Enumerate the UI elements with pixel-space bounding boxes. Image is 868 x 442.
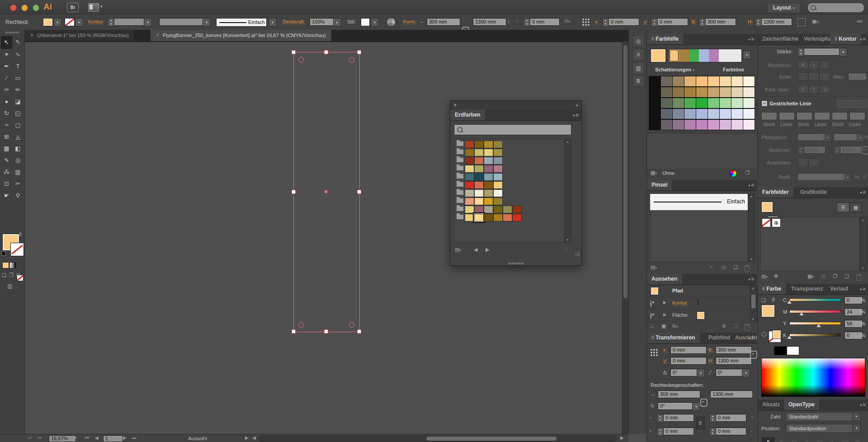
- corner-style-icon[interactable]: ⊙▾: [564, 18, 570, 24]
- corner-bl-stepper[interactable]: ▲▼: [657, 428, 664, 436]
- bevel-join-button[interactable]: ◹: [819, 72, 830, 81]
- profile-caret[interactable]: ▾: [844, 173, 852, 182]
- first-artboard-icon[interactable]: ⏮: [85, 435, 89, 441]
- swatch-libraries-icon[interactable]: ▤▾: [455, 247, 461, 253]
- color-swatch[interactable]: [484, 189, 493, 197]
- opentype-feature-1st[interactable]: 1st: [839, 437, 850, 442]
- color-swatch[interactable]: [484, 197, 493, 205]
- miter-limit-field[interactable]: [848, 73, 866, 80]
- color-swatch[interactable]: [465, 165, 474, 173]
- expand-arrow-icon[interactable]: ▶: [663, 300, 666, 305]
- panel-menu-icon[interactable]: ≡: [860, 189, 866, 195]
- folder-icon[interactable]: [457, 141, 463, 146]
- style-caret[interactable]: ▾: [371, 18, 379, 27]
- duplicate-item-icon[interactable]: ❏: [733, 323, 738, 329]
- stroke-attr-swatch[interactable]: [698, 299, 698, 305]
- arrow-scale2-field[interactable]: 100%: [840, 146, 862, 154]
- document-tab-active[interactable]: ×FlyingBanner_250_konvex [Konvertiert].a…: [151, 30, 332, 41]
- window-close-button[interactable]: [10, 5, 17, 11]
- corner-widget[interactable]: [298, 322, 304, 328]
- rectangle-tool[interactable]: ▭: [12, 72, 24, 84]
- screen-mode-icon[interactable]: ▥: [7, 283, 12, 289]
- corner-radius-stepper[interactable]: ▲▼: [524, 18, 530, 27]
- color-swatch[interactable]: [493, 141, 503, 148]
- variation-swatch[interactable]: [731, 98, 743, 108]
- variation-swatch[interactable]: [720, 87, 731, 98]
- column-graph-tool[interactable]: ▥: [12, 166, 24, 178]
- harmony-color[interactable]: [699, 49, 709, 62]
- color-swatch[interactable]: [474, 181, 484, 189]
- new-group-icon[interactable]: ❐: [833, 273, 837, 279]
- color-swatch[interactable]: [474, 157, 484, 165]
- color-swatch[interactable]: [474, 165, 484, 173]
- panel-menu-icon[interactable]: ≡: [860, 36, 866, 42]
- new-fill-icon[interactable]: ▣: [661, 323, 666, 329]
- color-swatch[interactable]: [465, 197, 474, 205]
- color-swatch[interactable]: [484, 181, 493, 189]
- panel-resize-dots[interactable]: [508, 263, 524, 264]
- color-swatch[interactable]: [484, 141, 493, 148]
- x-stepper[interactable]: ▲▼: [602, 18, 609, 27]
- variation-swatch[interactable]: [720, 98, 731, 108]
- align-icon[interactable]: ▣▾: [812, 19, 818, 24]
- stroke-color-caret[interactable]: ▾: [75, 18, 83, 27]
- color-swatch[interactable]: [493, 189, 503, 197]
- brush-libraries-icon[interactable]: ▤▾: [651, 264, 657, 270]
- bridge-button[interactable]: Br: [67, 3, 79, 12]
- y-stepper[interactable]: ▲▼: [651, 18, 658, 27]
- transform-x-field[interactable]: 0 mm: [670, 346, 707, 354]
- transform-link-icon[interactable]: [750, 351, 757, 359]
- color-swatch[interactable]: [484, 173, 493, 181]
- window-zoom-button[interactable]: [33, 5, 39, 11]
- workspace-switcher[interactable]: Layout▾: [767, 3, 801, 13]
- variation-swatch[interactable]: [661, 119, 673, 130]
- harmony-bar[interactable]: [669, 49, 742, 62]
- flip-across-icon[interactable]: ⥯: [863, 174, 866, 180]
- variation-swatch[interactable]: [708, 98, 720, 108]
- vertical-scrollbar-thumb[interactable]: [623, 45, 627, 298]
- miter-join-button[interactable]: ⌐: [797, 72, 808, 81]
- shear-caret[interactable]: ▾: [742, 369, 750, 377]
- tab-transformieren[interactable]: ◊ Transformieren: [647, 333, 700, 343]
- dash-field[interactable]: [814, 112, 830, 120]
- variation-swatch[interactable]: [743, 119, 755, 130]
- variation-swatch[interactable]: [696, 119, 708, 130]
- align-stroke-outside-button[interactable]: ╔: [819, 85, 830, 94]
- brush-options-icon[interactable]: ▤: [722, 264, 726, 270]
- tab-aussehen[interactable]: Aussehen: [647, 274, 682, 284]
- shape-builder-tool[interactable]: ⊞: [1, 131, 12, 143]
- variation-swatch[interactable]: [661, 76, 673, 87]
- variation-swatch[interactable]: [684, 76, 696, 87]
- variation-swatch[interactable]: [708, 108, 720, 119]
- channel-m-field[interactable]: 24: [844, 308, 863, 316]
- out-of-gamut-cube-icon[interactable]: ⬡: [761, 331, 766, 338]
- harmony-color[interactable]: [689, 49, 699, 62]
- last-artboard-icon[interactable]: ⏭: [132, 435, 136, 441]
- variation-swatch[interactable]: [649, 87, 661, 98]
- eyedropper-tool[interactable]: ✎: [1, 155, 12, 166]
- direct-selection-tool[interactable]: ⇖: [12, 36, 24, 48]
- flip-along-icon[interactable]: ⋈: [854, 174, 859, 180]
- swatch-libraries-icon[interactable]: ▤▾: [761, 273, 768, 279]
- toolbar-drag-handle[interactable]: [5, 32, 19, 33]
- color-swatch[interactable]: [465, 149, 474, 156]
- color-swatch[interactable]: [493, 157, 503, 165]
- type-tool[interactable]: T: [12, 61, 24, 72]
- width-stepper[interactable]: ▲▼: [699, 18, 706, 27]
- close-icon[interactable]: ×: [30, 32, 33, 38]
- harmony-rules-caret[interactable]: ▾: [743, 51, 751, 59]
- round-join-button[interactable]: ⌒: [808, 72, 819, 81]
- channel-m-thumb[interactable]: [799, 312, 804, 315]
- draw-inside-icon[interactable]: ⊡: [16, 272, 20, 278]
- hand-tool[interactable]: ☛: [1, 190, 12, 202]
- paintbrush-tool[interactable]: ✑: [1, 84, 12, 96]
- eraser-tool[interactable]: ◪: [12, 96, 24, 108]
- transform-h-label[interactable]: H:: [708, 358, 713, 364]
- variation-swatch[interactable]: [661, 98, 673, 108]
- folder-icon[interactable]: [457, 190, 463, 195]
- height-stepper[interactable]: ▲▼: [755, 18, 762, 27]
- harmony-color[interactable]: [709, 49, 719, 62]
- swap-arrowheads-icon[interactable]: ⇄: [864, 134, 868, 139]
- color-swatch[interactable]: [474, 197, 484, 205]
- variation-swatch[interactable]: [673, 119, 684, 130]
